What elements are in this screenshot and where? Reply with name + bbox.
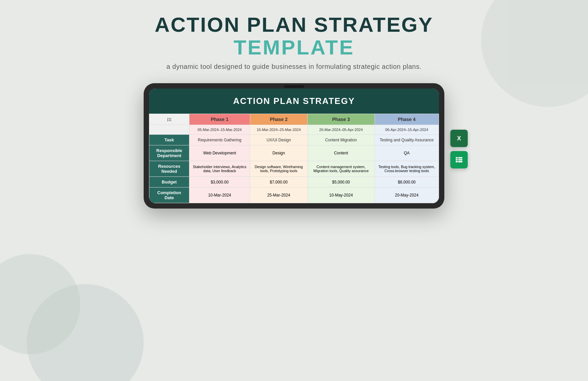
tablet-notch bbox=[284, 85, 304, 88]
budget-label: Budget bbox=[149, 177, 189, 187]
phase2-resources: Design software, Wireframing tools, Prot… bbox=[250, 161, 307, 177]
dept-label: ResponsibleDepartment bbox=[149, 145, 189, 161]
phase1-date: 05-Mar-2024–15-Mar-2024 bbox=[189, 125, 250, 135]
tablet-frame: ACTION PLAN STRATEGY [1] Phase 1 Phase 2… bbox=[144, 83, 444, 209]
bg-decoration-top-right bbox=[481, 0, 588, 107]
phase3-budget: $5,000.00 bbox=[307, 177, 375, 187]
budget-row: Budget $3,000.00 $7,000.00 $5,000.00 $8,… bbox=[149, 177, 439, 187]
phase3-dept: Content bbox=[307, 145, 375, 161]
side-icons: X bbox=[450, 130, 468, 168]
phase1-budget: $3,000.00 bbox=[189, 177, 250, 187]
task-label: Task bbox=[149, 135, 189, 145]
phase-header-row: [1] Phase 1 Phase 2 Phase 3 Phase 4 bbox=[149, 114, 439, 125]
title-area: ACTION PLAN STRATEGY TEMPLATE a dynamic … bbox=[155, 13, 433, 71]
phase1-resources: Stakeholder interviews, Analytics data, … bbox=[189, 161, 250, 177]
svg-text:X: X bbox=[457, 135, 461, 142]
completion-label: Completion Date bbox=[149, 187, 189, 203]
table-header: ACTION PLAN STRATEGY bbox=[149, 89, 439, 114]
phase1-header: Phase 1 bbox=[189, 114, 250, 125]
phase1-completion: 10-Mar-2024 bbox=[189, 187, 250, 203]
dept-row: ResponsibleDepartment Web Development De… bbox=[149, 145, 439, 161]
phase1-dept: Web Development bbox=[189, 145, 250, 161]
phase1-task: Requirements Gathering bbox=[189, 135, 250, 145]
phase3-date: 26-Mar-2024–05-Apr-2024 bbox=[307, 125, 375, 135]
phase3-completion: 10-May-2024 bbox=[307, 187, 375, 203]
phase2-completion: 25-Mar-2024 bbox=[250, 187, 307, 203]
sheets-icon[interactable] bbox=[450, 151, 468, 168]
date-row: 05-Mar-2024–15-Mar-2024 16-Mar-2024–25-M… bbox=[149, 125, 439, 135]
date-label-cell bbox=[149, 125, 189, 135]
page-container: ACTION PLAN STRATEGY TEMPLATE a dynamic … bbox=[0, 0, 588, 381]
resources-row: Resources Needed Stakeholder interviews,… bbox=[149, 161, 439, 177]
subtitle: a dynamic tool designed to guide busines… bbox=[155, 63, 433, 71]
phase2-date: 16-Mar-2024–25-Mar-2024 bbox=[250, 125, 307, 135]
phase2-task: UX/UI Design bbox=[250, 135, 307, 145]
completion-row: Completion Date 10-Mar-2024 25-Mar-2024 … bbox=[149, 187, 439, 203]
phase4-budget: $8,000.00 bbox=[375, 177, 439, 187]
title-line1: ACTION PLAN STRATEGY bbox=[155, 13, 433, 36]
svg-rect-3 bbox=[456, 157, 462, 162]
resources-label: Resources Needed bbox=[149, 161, 189, 177]
phase3-task: Content Migration bbox=[307, 135, 375, 145]
phase4-task: Testing and Quality Assurance bbox=[375, 135, 439, 145]
phase2-budget: $7,000.00 bbox=[250, 177, 307, 187]
phase2-dept: Design bbox=[250, 145, 307, 161]
phase4-completion: 20-May-2024 bbox=[375, 187, 439, 203]
action-table: [1] Phase 1 Phase 2 Phase 3 Phase 4 05-M… bbox=[149, 114, 439, 203]
row-num-cell: [1] bbox=[149, 114, 189, 125]
phase4-dept: QA bbox=[375, 145, 439, 161]
phase4-resources: Testing tools, Bug tracking system, Cros… bbox=[375, 161, 439, 177]
title-line2: TEMPLATE bbox=[155, 36, 433, 59]
excel-icon[interactable]: X bbox=[450, 130, 468, 147]
phase3-header: Phase 3 bbox=[307, 114, 375, 125]
phase2-header: Phase 2 bbox=[250, 114, 307, 125]
phase3-resources: Content management system, Migration too… bbox=[307, 161, 375, 177]
tablet-inner: ACTION PLAN STRATEGY [1] Phase 1 Phase 2… bbox=[149, 89, 439, 203]
task-row: Task Requirements Gathering UX/UI Design… bbox=[149, 135, 439, 145]
phase4-date: 06-Apr-2024–15-Apr-2024 bbox=[375, 125, 439, 135]
phase4-header: Phase 4 bbox=[375, 114, 439, 125]
